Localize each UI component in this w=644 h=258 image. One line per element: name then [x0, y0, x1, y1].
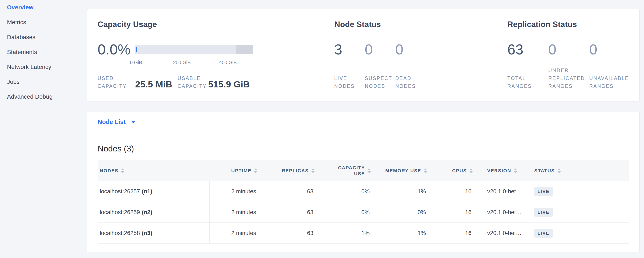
cpus-cell: 16 — [429, 230, 474, 236]
sort-icon — [254, 169, 258, 173]
column-header-version[interactable]: VERSION — [474, 168, 528, 174]
node-id: (n1) — [142, 188, 152, 195]
capacity-use-cell: 1% — [316, 230, 372, 236]
status-cell: LIVE — [528, 187, 629, 196]
dead-nodes-label: DEAD NODES — [395, 74, 416, 90]
gauge-tick — [159, 55, 159, 58]
node-list-dropdown-label: Node List — [98, 118, 126, 125]
table-row[interactable]: localhost:26257 (n1) 2 minutes 63 0% 1% … — [98, 181, 629, 202]
replicas-cell: 63 — [259, 209, 316, 216]
column-header-nodes[interactable]: NODES — [98, 168, 210, 174]
sidebar-item-jobs[interactable]: Jobs — [0, 74, 87, 89]
node-address-cell: localhost:26258 (n3) — [98, 223, 210, 243]
sidebar-item-overview[interactable]: Overview — [0, 0, 87, 15]
nodes-card: Node List Nodes (3) NODES UPTIME REPLICA… — [87, 112, 640, 252]
column-header-memory-use[interactable]: MEMORY USE — [372, 168, 429, 174]
memory-use-cell: 1% — [372, 188, 429, 195]
sidebar-item-statements[interactable]: Statements — [0, 45, 87, 60]
sort-icon — [311, 169, 315, 173]
capacity-gauge-used — [136, 47, 137, 52]
version-cell: v20.1.0-bet… — [474, 188, 528, 195]
dead-nodes-count: 0 — [395, 42, 404, 57]
node-address-cell: localhost:26257 (n1) — [98, 181, 210, 202]
sort-icon — [469, 169, 473, 173]
column-header-capacity-use[interactable]: CAPACITYUSE — [316, 165, 372, 177]
uptime-cell: 2 minutes — [210, 230, 259, 236]
status-cell: LIVE — [528, 208, 629, 217]
status-badge: LIVE — [534, 208, 553, 217]
sidebar: Overview Metrics Databases Statements Ne… — [0, 0, 87, 258]
capacity-gauge-reserved — [236, 45, 253, 54]
sort-icon — [368, 169, 371, 173]
suspect-nodes-count: 0 — [365, 42, 373, 57]
table-row[interactable]: localhost:26258 (n3) 2 minutes 63 1% 1% … — [98, 223, 629, 243]
uptime-cell: 2 minutes — [210, 209, 259, 216]
usable-capacity-label: USABLE CAPACITY — [178, 74, 207, 90]
gauge-tick — [228, 55, 228, 58]
gauge-tick-label: 0 GiB — [130, 60, 142, 66]
capacity-gauge — [136, 45, 253, 54]
table-row[interactable]: localhost:26259 (n2) 2 minutes 63 0% 0% … — [98, 202, 629, 223]
replicas-cell: 63 — [259, 188, 316, 195]
capacity-usage-title: Capacity Usage — [98, 20, 157, 29]
node-list-dropdown[interactable]: Node List — [98, 118, 136, 125]
cluster-summary-card: Capacity Usage 0.0% 0 GiB 200 GiB 400 Gi… — [87, 9, 640, 101]
unavailable-ranges-count: 0 — [589, 42, 597, 57]
column-header-replicas[interactable]: REPLICAS — [259, 168, 316, 174]
node-address-cell: localhost:26259 (n2) — [98, 202, 210, 223]
unavailable-ranges-label: UNAVAILABLE RANGES — [589, 74, 629, 90]
node-id: (n3) — [142, 230, 152, 236]
gauge-tick — [250, 55, 251, 58]
under-replicated-ranges-label: UNDER- REPLICATED RANGES — [548, 67, 585, 90]
nodes-table: NODES UPTIME REPLICAS CAPACITYUSE MEMORY… — [98, 160, 629, 243]
sidebar-item-network-latency[interactable]: Network Latency — [0, 60, 87, 74]
status-badge: LIVE — [534, 229, 553, 237]
suspect-nodes-label: SUSPECT NODES — [365, 74, 392, 90]
cpus-cell: 16 — [429, 188, 474, 195]
column-header-status[interactable]: STATUS — [528, 168, 629, 174]
sort-icon — [558, 169, 561, 173]
total-ranges-label: TOTAL RANGES — [507, 74, 532, 90]
sort-icon — [514, 169, 517, 173]
sort-icon — [121, 169, 124, 173]
table-header: NODES UPTIME REPLICAS CAPACITYUSE MEMORY… — [98, 160, 629, 181]
version-cell: v20.1.0-bet… — [474, 230, 528, 236]
replicas-cell: 63 — [259, 230, 316, 236]
uptime-cell: 2 minutes — [210, 188, 259, 195]
sidebar-item-metrics[interactable]: Metrics — [0, 15, 87, 30]
used-capacity-value: 25.5 MiB — [135, 79, 172, 89]
under-replicated-ranges-count: 0 — [548, 42, 556, 57]
column-header-uptime[interactable]: UPTIME — [210, 168, 259, 174]
capacity-gauge-axis — [136, 55, 253, 58]
memory-use-cell: 0% — [372, 209, 429, 216]
usable-capacity-value: 515.9 GiB — [208, 79, 250, 89]
capacity-use-cell: 0% — [316, 209, 372, 216]
gauge-tick — [182, 55, 182, 58]
cpus-cell: 16 — [429, 209, 474, 216]
capacity-percent: 0.0% — [98, 42, 130, 57]
gauge-tick-label: 400 GiB — [219, 60, 236, 66]
node-status-title: Node Status — [334, 20, 381, 29]
used-capacity-label: USED CAPACITY — [98, 74, 127, 90]
replication-status-title: Replication Status — [507, 20, 577, 29]
nodes-heading: Nodes (3) — [98, 145, 639, 153]
live-nodes-count: 3 — [334, 42, 342, 57]
live-nodes-label: LIVE NODES — [334, 74, 355, 90]
chevron-down-icon — [131, 121, 136, 123]
status-badge: LIVE — [534, 187, 553, 196]
column-header-cpus[interactable]: CPUS — [429, 168, 474, 174]
capacity-use-cell: 0% — [316, 188, 372, 195]
gauge-tick — [136, 55, 136, 58]
view-selector-row: Node List — [87, 112, 639, 132]
sidebar-item-advanced-debug[interactable]: Advanced Debug — [0, 89, 87, 104]
sidebar-item-databases[interactable]: Databases — [0, 30, 87, 45]
sort-icon — [424, 169, 427, 173]
gauge-tick-label: 200 GiB — [173, 60, 190, 66]
version-cell: v20.1.0-bet… — [474, 209, 528, 216]
status-cell: LIVE — [528, 229, 629, 237]
node-id: (n2) — [142, 209, 152, 216]
memory-use-cell: 1% — [372, 230, 429, 236]
total-ranges-count: 63 — [507, 42, 524, 57]
gauge-tick — [205, 55, 205, 58]
